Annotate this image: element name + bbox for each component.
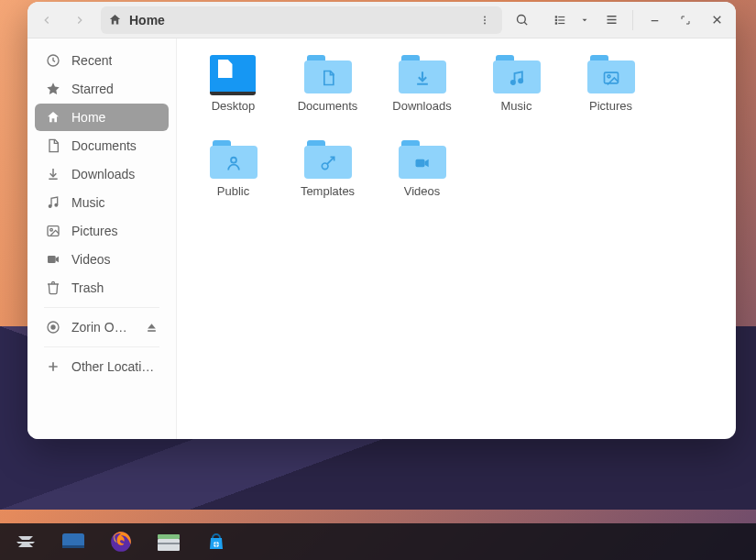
folder-label: Desktop (212, 99, 256, 113)
svg-point-35 (608, 74, 610, 77)
svg-point-1 (484, 19, 486, 21)
sidebar-item-label: Zorin OS 17.1 C… (71, 320, 135, 335)
sidebar-item-other-locations[interactable]: Other Locations (35, 353, 169, 380)
svg-rect-9 (558, 19, 564, 20)
content-area[interactable]: Desktop Documents (177, 38, 736, 439)
sidebar-item-label: Videos (71, 252, 111, 267)
folder-icon (587, 55, 635, 93)
folder-downloads[interactable]: Downloads (388, 55, 456, 113)
folder-label: Public (217, 184, 249, 198)
sidebar-item-label: Starred (71, 82, 114, 96)
toolbar-divider (632, 10, 633, 30)
folder-icon (399, 140, 446, 179)
svg-line-4 (524, 22, 527, 25)
sidebar-item-pictures[interactable]: Pictures (35, 217, 169, 245)
folder-icon (493, 55, 541, 93)
sidebar-item-label: Downloads (71, 167, 135, 181)
folder-music[interactable]: Music (482, 55, 551, 113)
folder-icon (304, 140, 352, 179)
folder-icon (210, 140, 257, 179)
folder-public[interactable]: Public (199, 140, 268, 198)
svg-rect-40 (62, 545, 84, 548)
folder-label: Documents (298, 99, 358, 113)
sidebar-item-trash[interactable]: Trash (35, 274, 169, 302)
svg-point-37 (322, 163, 328, 170)
svg-point-0 (484, 16, 486, 17)
window-minimize-button[interactable] (641, 6, 668, 34)
svg-rect-24 (48, 256, 56, 263)
taskbar-firefox[interactable] (108, 529, 134, 555)
svg-point-2 (484, 22, 486, 24)
folder-videos[interactable]: Videos (388, 140, 456, 198)
svg-rect-8 (558, 16, 564, 16)
svg-point-3 (517, 16, 525, 24)
sidebar-item-label: Other Locations (71, 359, 158, 374)
svg-rect-6 (555, 18, 557, 20)
nav-back-button[interactable] (33, 6, 60, 34)
svg-point-36 (231, 157, 236, 162)
sidebar-item-documents[interactable]: Documents (35, 132, 169, 159)
folder-pictures[interactable]: Pictures (576, 55, 645, 113)
folder-desktop[interactable]: Desktop (199, 55, 268, 113)
path-bar[interactable]: Home (101, 6, 502, 34)
folder-documents[interactable]: Documents (293, 55, 362, 113)
svg-rect-44 (158, 543, 180, 544)
svg-rect-43 (158, 539, 180, 551)
svg-rect-10 (558, 22, 564, 23)
sidebar-item-videos[interactable]: Videos (35, 246, 169, 273)
sidebar-separator (44, 307, 159, 308)
sidebar-item-label: Documents (71, 138, 137, 153)
eject-icon[interactable] (146, 322, 158, 334)
folder-label: Videos (404, 184, 441, 198)
window-maximize-button[interactable] (672, 6, 699, 34)
folder-label: Pictures (589, 99, 632, 113)
taskbar-files-alt[interactable] (60, 529, 86, 555)
svg-point-33 (519, 79, 522, 82)
sidebar-item-music[interactable]: Music (35, 189, 169, 216)
svg-rect-42 (158, 534, 180, 539)
svg-rect-38 (415, 159, 424, 166)
toolbar: Home (27, 2, 736, 38)
folder-icon (304, 55, 352, 93)
folder-grid: Desktop Documents (199, 55, 714, 198)
svg-point-23 (50, 228, 53, 231)
folder-label: Music (501, 99, 532, 113)
breadcrumb-label: Home (129, 13, 165, 27)
sidebar-item-label: Trash (71, 280, 104, 295)
sidebar-item-volume[interactable]: Zorin OS 17.1 C… (35, 313, 169, 341)
sidebar-item-starred[interactable]: Starred (35, 75, 169, 103)
hamburger-menu-button[interactable] (597, 6, 625, 34)
sidebar-item-recent[interactable]: Recent (35, 47, 169, 74)
taskbar-file-manager[interactable] (156, 529, 181, 555)
folder-templates[interactable]: Templates (293, 140, 362, 198)
svg-point-20 (49, 205, 51, 208)
taskbar-zorin-menu[interactable] (13, 529, 38, 555)
svg-rect-5 (555, 16, 557, 17)
sidebar-item-label: Recent (71, 53, 112, 68)
svg-point-32 (510, 80, 514, 83)
window-close-button[interactable] (703, 6, 730, 34)
sidebar-item-label: Home (71, 110, 105, 125)
sidebar-item-home[interactable]: Home (35, 104, 169, 131)
taskbar-software-store[interactable] (203, 529, 229, 555)
svg-rect-27 (148, 330, 156, 332)
folder-label: Downloads (392, 99, 451, 113)
svg-rect-7 (555, 22, 557, 24)
taskbar (0, 523, 756, 560)
sidebar-item-label: Music (71, 195, 105, 210)
sidebar-item-label: Pictures (71, 224, 118, 238)
desktop-icon (210, 55, 257, 93)
folder-label: Templates (301, 184, 355, 198)
nav-forward-button[interactable] (66, 6, 93, 34)
svg-point-26 (51, 325, 55, 329)
file-manager-window: Home (27, 2, 736, 439)
search-button[interactable] (508, 6, 535, 34)
view-toggle-button[interactable] (548, 6, 572, 34)
path-menu-button[interactable] (475, 6, 495, 34)
svg-point-21 (55, 203, 58, 206)
view-dropdown-button[interactable] (575, 6, 594, 34)
sidebar: Recent Starred Home Documents Downloads … (27, 38, 177, 439)
folder-icon (399, 55, 446, 93)
sidebar-separator (44, 346, 159, 347)
sidebar-item-downloads[interactable]: Downloads (35, 160, 169, 188)
